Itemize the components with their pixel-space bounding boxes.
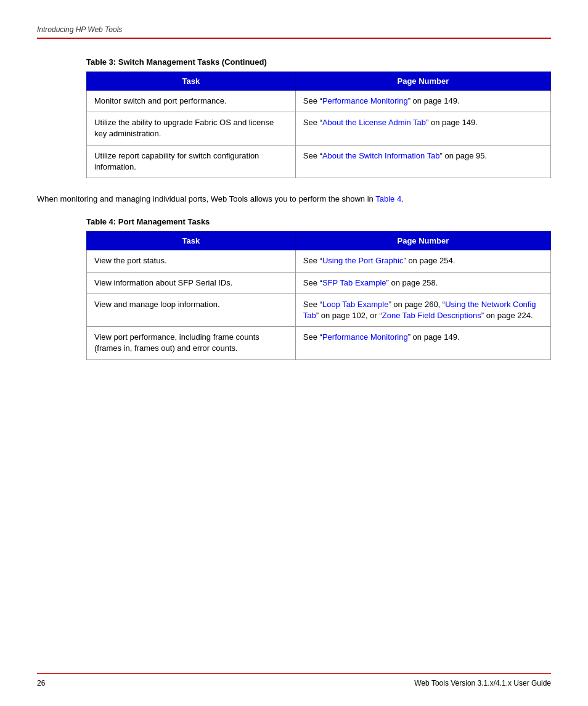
table-row: Monitor switch and port performance. See… <box>87 91 551 112</box>
table3: Task Page Number Monitor switch and port… <box>86 72 551 178</box>
footer-page-number: 26 <box>37 679 45 688</box>
table4-row4-task: View port performance, including frame c… <box>87 327 296 359</box>
table3-row1-page: See “Performance Monitoring” on page 149… <box>295 91 550 112</box>
table3-row3-task: Utilize report capability for switch con… <box>87 145 296 178</box>
table4-header-row: Task Page Number <box>87 232 551 250</box>
table-row: Utilize the ability to upgrade Fabric OS… <box>87 112 551 145</box>
table-row: Utilize report capability for switch con… <box>87 145 551 178</box>
table3-row2-page: See “About the License Admin Tab” on pag… <box>295 112 550 145</box>
paragraph-after: . <box>401 194 404 203</box>
table3-row1-task: Monitor switch and port performance. <box>87 91 296 112</box>
page-container: Introducing HP Web Tools Table 3: Switch… <box>0 0 588 706</box>
table4: Task Page Number View the port status. S… <box>86 231 551 359</box>
table4-row1-page: See “Using the Port Graphic” on page 254… <box>295 250 550 272</box>
table4-header-task: Task <box>87 232 296 250</box>
performance-monitoring-link-2[interactable]: Performance Monitoring <box>322 332 408 342</box>
header-text: Introducing HP Web Tools <box>37 25 122 34</box>
footer-section: 26 Web Tools Version 3.1.x/4.1.x User Gu… <box>37 673 551 688</box>
table4-row4-page: See “Performance Monitoring” on page 149… <box>295 327 550 359</box>
zone-tab-field-link[interactable]: Zone Tab Field Descriptions <box>382 311 481 320</box>
header-section: Introducing HP Web Tools <box>37 25 551 39</box>
table3-header-task: Task <box>87 72 296 91</box>
table3-title: Table 3: Switch Management Tasks (Contin… <box>86 57 551 67</box>
table4-title: Table 4: Port Management Tasks <box>86 217 551 226</box>
table-row: View information about SFP Serial IDs. S… <box>87 272 551 293</box>
table4-row3-task: View and manage loop information. <box>87 293 296 326</box>
paragraph-before: When monitoring and managing individual … <box>37 194 375 203</box>
loop-tab-example-link[interactable]: Loop Tab Example <box>322 300 388 309</box>
table4-row3-page: See “Loop Tab Example” on page 260, “Usi… <box>295 293 550 326</box>
table-row: View port performance, including frame c… <box>87 327 551 359</box>
table4-link[interactable]: Table 4 <box>375 194 401 203</box>
paragraph-text: When monitoring and managing individual … <box>37 193 551 205</box>
table4-row2-page: See “SFP Tab Example” on page 258. <box>295 272 550 293</box>
performance-monitoring-link-1[interactable]: Performance Monitoring <box>322 96 408 105</box>
switch-info-tab-link[interactable]: About the Switch Information Tab <box>322 151 440 160</box>
port-graphic-link[interactable]: Using the Port Graphic <box>322 256 404 265</box>
table4-header-page: Page Number <box>295 232 550 250</box>
table4-row2-task: View information about SFP Serial IDs. <box>87 272 296 293</box>
table3-row3-page: See “About the Switch Information Tab” o… <box>295 145 550 178</box>
table3-header-page: Page Number <box>295 72 550 91</box>
footer-title: Web Tools Version 3.1.x/4.1.x User Guide <box>414 679 551 688</box>
license-admin-tab-link[interactable]: About the License Admin Tab <box>322 118 426 127</box>
table3-row2-task: Utilize the ability to upgrade Fabric OS… <box>87 112 296 145</box>
table-row: View and manage loop information. See “L… <box>87 293 551 326</box>
table-row: View the port status. See “Using the Por… <box>87 250 551 272</box>
sfp-tab-example-link[interactable]: SFP Tab Example <box>322 278 386 287</box>
table4-row1-task: View the port status. <box>87 250 296 272</box>
table3-header-row: Task Page Number <box>87 72 551 91</box>
